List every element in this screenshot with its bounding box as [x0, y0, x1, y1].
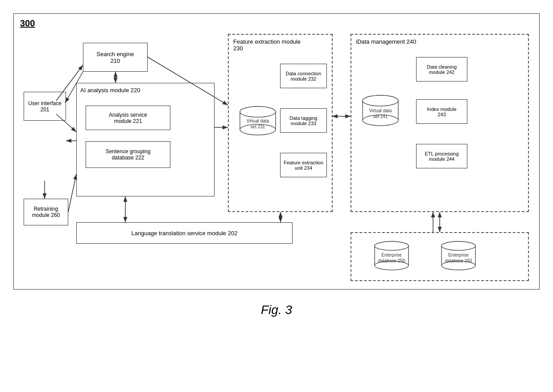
svg-text:Enterprise: Enterprise: [381, 253, 402, 257]
figure-label: Fig. 3: [261, 303, 292, 317]
index-module-label: Index module 243: [427, 106, 456, 117]
ai-analysis-outer-box: AI analysis module 220 Analysis service …: [76, 83, 215, 196]
svg-point-29: [442, 241, 475, 250]
etl-processing-box: ETL processing module 244: [416, 144, 467, 168]
search-engine-label: Search engine 210: [97, 51, 134, 64]
enterprise-db-1: Enterprise database 250: [371, 240, 412, 271]
sentence-grouping-box: Sentence grouping database 222: [86, 141, 170, 168]
diagram-container: 300 User interface 201 Retraining module…: [13, 13, 540, 290]
retraining-module-label: Retraining module 260: [32, 206, 60, 218]
data-cleaning-label: Data cleaning module 242: [427, 64, 457, 75]
svg-text:database 250: database 250: [445, 258, 472, 263]
svg-text:Enterprise: Enterprise: [448, 253, 469, 257]
data-management-label: iData management 240: [356, 38, 416, 45]
enterprise-dbs-box: Enterprise database 250 Enterprise datab…: [351, 232, 529, 281]
virtual-data-set-1: Virtual data set 231: [237, 104, 279, 133]
virtual-data-set-2: Virtual data set 241: [359, 93, 402, 130]
index-module-box: Index module 243: [416, 99, 467, 124]
user-interface-label: User interface 201: [28, 100, 62, 113]
feature-extraction-unit-box: Feature extraction unit 234: [280, 153, 327, 177]
data-management-outer-box: iData management 240 Virtual data set 24…: [351, 34, 529, 212]
sentence-grouping-label: Sentence grouping database 222: [106, 148, 151, 161]
feature-extraction-label: Feature extraction module 230: [233, 38, 301, 52]
etl-processing-label: ETL processing module 244: [425, 151, 458, 162]
svg-text:database 250: database 250: [378, 258, 405, 263]
search-engine-box: Search engine 210: [83, 43, 148, 72]
diagram-label: 300: [20, 18, 35, 29]
retraining-module-box: Retraining module 260: [24, 199, 68, 225]
svg-point-13: [363, 95, 398, 106]
language-translation-box: Language translation service module 202: [76, 222, 293, 244]
data-cleaning-box: Data cleaning module 242: [416, 57, 467, 82]
data-connection-box: Data connection module 232: [280, 64, 327, 88]
svg-text:set 241: set 241: [373, 114, 388, 119]
feature-extraction-outer-box: Feature extraction module 230 Virtual da…: [228, 34, 333, 212]
ai-analysis-label: AI analysis module 220: [80, 87, 140, 94]
analysis-service-label: Analysis service module 221: [109, 112, 147, 124]
svg-line-48: [68, 174, 76, 212]
svg-text:set  231: set 231: [251, 124, 265, 129]
svg-point-5: [240, 106, 276, 117]
data-connection-label: Data connection module 232: [286, 71, 322, 82]
svg-text:Virtual data: Virtual data: [247, 118, 269, 123]
data-tagging-box: Data tagging module 233: [280, 108, 327, 133]
svg-text:Virtual data: Virtual data: [369, 108, 392, 113]
enterprise-db-2: Enterprise database 250: [438, 240, 479, 271]
analysis-service-box: Analysis service module 221: [86, 106, 170, 130]
data-tagging-label: Data tagging module 233: [289, 115, 317, 126]
feature-extraction-unit-label: Feature extraction unit 234: [284, 160, 323, 171]
user-interface-box: User interface 201: [24, 92, 66, 121]
language-translation-label: Language translation service module 202: [132, 230, 238, 237]
svg-point-21: [375, 241, 409, 250]
